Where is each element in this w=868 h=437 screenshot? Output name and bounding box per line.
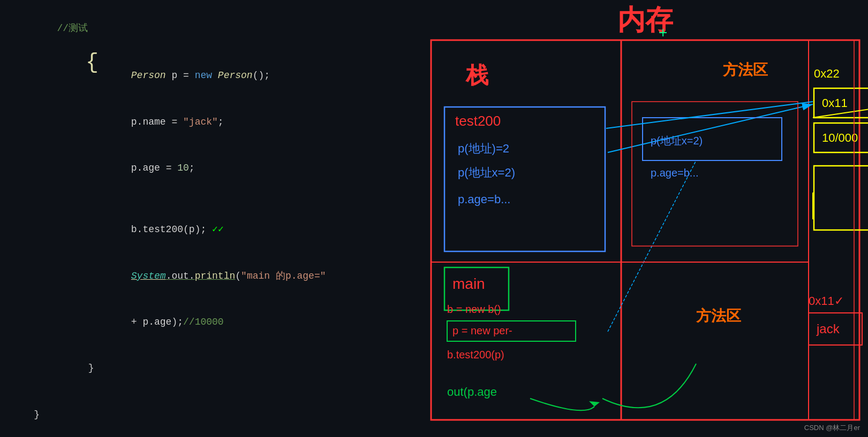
code-line-new-person: Person p = new Person(); [11,52,396,98]
code-line-sysout: System.out.println("main 的p.age=" [11,253,396,299]
label-method-area: 方法区 [722,61,768,78]
green-arrow-output [602,364,696,408]
plus-sign: + [659,24,667,41]
label-stack: 栈 [465,63,489,88]
label-test200: test200 [455,113,501,129]
comment-text: //测试 [34,23,88,34]
code-block: { Person p = new Person(); p.name = "jac… [11,52,396,392]
output-label: out(p.age [447,385,497,398]
output-arrowhead [589,401,600,407]
code-panel: //测试 { Person p = new Person(); p.name =… [0,0,407,437]
code-line-close1: } [11,346,396,392]
brace-open: { [86,52,99,74]
memory-diagram: 内存 + 栈 堆 方法区 test200 p(地址)=2 p(地址x=2) p.… [423,0,868,437]
code-line-plus-age: + p.age);//10000 [11,299,396,345]
code-line-name: p.name = "jack"; [11,99,396,145]
label-main: main [452,275,485,292]
watermark: CSDN @林二月er [804,423,860,433]
output-arrow [530,398,594,410]
main-b-test: b.test200(p) [447,349,504,361]
addr-0x22: 0x22 [814,67,840,80]
code-line-comment: //测试 [11,5,396,51]
memory-outer-rect [431,40,859,420]
main-p-new: p = new per- [452,325,512,336]
test200-p-content: p(地址x=2) [458,166,515,179]
code-line-close2: } [11,392,396,437]
code-line-blank [11,191,396,207]
heap-0x11-label: 0x11 [822,96,848,110]
main-b-new: b = new b() [447,303,501,315]
jack-label: jack [816,321,840,336]
heap-10000: 10/000 [822,131,858,144]
addr-0x11-check: 0x11✓ [809,294,844,308]
test200-page: p.age=b... [458,193,510,206]
person-box-content: p(地址x=2) [651,135,703,147]
code-line-b-test: b.test200(p); ✓✓ [11,206,396,252]
heap-page-label: p.age=b... [651,167,699,179]
test200-p-addr: p(地址)=2 [458,142,509,155]
code-line-age: p.age = 10; [11,145,396,191]
method-area-bottom-label: 方法区 [696,307,741,324]
